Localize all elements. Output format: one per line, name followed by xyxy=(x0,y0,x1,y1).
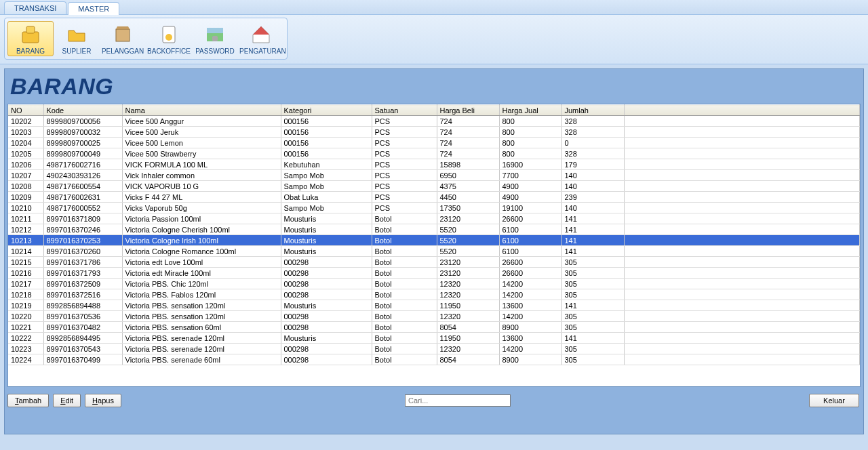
table-row[interactable]: 102168997016371793Victoria edt Miracle 1… xyxy=(8,268,860,279)
cell-kat: 000156 xyxy=(281,116,372,127)
table-row[interactable]: 102178997016372509Victoria PBS. Chic 120… xyxy=(8,279,860,289)
cell-jml: 239 xyxy=(561,192,624,203)
table-row[interactable]: 102104987176000552Vicks Vaporub 50gSampo… xyxy=(8,203,860,213)
cell-no: 10219 xyxy=(8,300,43,311)
grid-header-row: NO Kode Nama Kategori Satuan Harga Beli … xyxy=(8,105,860,116)
table-row[interactable]: 102218997016370482Victoria PBS. sensatio… xyxy=(8,322,860,333)
cell-extra xyxy=(624,311,860,322)
cell-nama: Victoria edt Miracle 100ml xyxy=(122,268,281,279)
tab-master[interactable]: MASTER xyxy=(68,2,119,15)
col-header-harga-beli[interactable]: Harga Beli xyxy=(437,105,499,116)
keluar-button[interactable]: Keluar xyxy=(809,394,859,407)
cell-sat: Botol xyxy=(372,235,437,246)
clipboard-icon xyxy=(158,24,180,45)
table-row[interactable]: 102058999809700049Vicee 500 Strawberry00… xyxy=(8,148,860,159)
cell-kode: 8999809700032 xyxy=(43,127,122,138)
col-header-jumlah[interactable]: Jumlah xyxy=(561,105,624,116)
tab-transaksi[interactable]: TRANSAKSI xyxy=(4,1,66,14)
ribbon-password[interactable]: PASSWORD xyxy=(192,21,238,56)
cell-kat: Mousturis xyxy=(281,246,372,257)
hapus-button[interactable]: Hapus xyxy=(85,394,121,407)
cell-extra xyxy=(624,300,860,311)
col-header-nama[interactable]: Nama xyxy=(122,105,281,116)
cell-no: 10221 xyxy=(8,322,43,333)
col-header-no[interactable]: NO xyxy=(8,105,43,116)
cell-sat: Botol xyxy=(372,333,437,344)
cell-hb: 23120 xyxy=(437,213,499,224)
cell-no: 10222 xyxy=(8,333,43,344)
cell-sat: Botol xyxy=(372,224,437,235)
table-row[interactable]: 102028999809700056Vicee 500 Anggur000156… xyxy=(8,116,860,127)
cell-jml: 140 xyxy=(561,181,624,192)
cell-kode: 4987176000552 xyxy=(43,203,122,213)
cell-jml: 328 xyxy=(561,148,624,159)
cell-hj: 7700 xyxy=(499,170,561,181)
table-row[interactable]: 102228992856894495Victoria PBS. serenade… xyxy=(8,333,860,344)
cell-jml: 141 xyxy=(561,235,624,246)
search-input[interactable] xyxy=(405,394,511,407)
cell-nama: Victoria Cologne Cherish 100ml xyxy=(122,224,281,235)
cell-hb: 724 xyxy=(437,138,499,148)
ribbon-backoffice[interactable]: BACKOFFICE xyxy=(146,21,192,56)
table-row[interactable]: 102198992856894488Victoria PBS. sensatio… xyxy=(8,300,860,311)
ribbon-suplier[interactable]: SUPLIER xyxy=(54,21,100,56)
cell-no: 10218 xyxy=(8,289,43,300)
table-row[interactable]: 102074902430393126Vick Inhaler commonSam… xyxy=(8,170,860,181)
cell-sat: PCS xyxy=(372,181,437,192)
table-row[interactable]: 102094987176002631Vicks F 44 27 MLObat L… xyxy=(8,192,860,203)
edit-button[interactable]: Edit xyxy=(53,394,81,407)
folder-icon xyxy=(66,24,87,45)
cell-extra xyxy=(624,203,860,213)
cell-kat: Mousturis xyxy=(281,235,372,246)
table-row[interactable]: 102208997016370536Victoria PBS. sensatio… xyxy=(8,311,860,322)
cell-nama: Vick Inhaler common xyxy=(122,170,281,181)
cell-kat: 000298 xyxy=(281,257,372,268)
cell-hj: 6100 xyxy=(499,235,561,246)
cell-extra xyxy=(624,181,860,192)
cell-no: 10204 xyxy=(8,138,43,148)
table-row[interactable]: 102148997016370260Victoria Cologne Roman… xyxy=(8,246,860,257)
col-header-satuan[interactable]: Satuan xyxy=(372,105,437,116)
col-header-kode[interactable]: Kode xyxy=(43,105,122,116)
cell-hb: 12320 xyxy=(437,289,499,300)
box-icon xyxy=(20,24,41,45)
table-row[interactable]: 102138997016370253Victoria Cologne Irish… xyxy=(8,235,860,246)
table-row[interactable]: 102084987176600554VICK VAPORUB 10 GSampo… xyxy=(8,181,860,192)
cell-jml: 328 xyxy=(561,116,624,127)
table-row[interactable]: 102248997016370499Victoria PBS. serenade… xyxy=(8,354,860,365)
col-header-harga-jual[interactable]: Harga Jual xyxy=(499,105,561,116)
grid-scroll[interactable]: NO Kode Nama Kategori Satuan Harga Beli … xyxy=(8,104,860,386)
cell-jml: 328 xyxy=(561,127,624,138)
col-header-kategori[interactable]: Kategori xyxy=(281,105,372,116)
table-row[interactable]: 102118997016371809Victoria Passion 100ml… xyxy=(8,213,860,224)
cell-extra xyxy=(624,148,860,159)
cell-sat: Botol xyxy=(372,311,437,322)
cell-kode: 8997016370536 xyxy=(43,311,122,322)
cell-jml: 141 xyxy=(561,246,624,257)
ribbon-pelanggan[interactable]: PELANGGAN xyxy=(100,21,146,56)
cell-hj: 26600 xyxy=(499,213,561,224)
cell-extra xyxy=(624,354,860,365)
cell-kat: Mousturis xyxy=(281,213,372,224)
table-row[interactable]: 102064987176002716VICK FORMULA 100 MLKeb… xyxy=(8,159,860,170)
ribbon-barang[interactable]: BARANG xyxy=(7,21,54,56)
table-row[interactable]: 102188997016372516Victoria PBS. Fablos 1… xyxy=(8,289,860,300)
cell-kat: Sampo Mob xyxy=(281,181,372,192)
table-row[interactable]: 102128997016370246Victoria Cologne Cheri… xyxy=(8,224,860,235)
cell-hj: 6100 xyxy=(499,224,561,235)
cell-kat: Sampo Mob xyxy=(281,203,372,213)
cell-kat: Mousturis xyxy=(281,333,372,344)
cell-no: 10213 xyxy=(8,235,43,246)
tambah-button[interactable]: Tambah xyxy=(7,394,49,407)
cell-nama: Victoria PBS. sensation 120ml xyxy=(122,311,281,322)
table-row[interactable]: 102238997016370543Victoria PBS. serenade… xyxy=(8,344,860,354)
cell-hb: 724 xyxy=(437,116,499,127)
table-row[interactable]: 102048999809700025Vicee 500 Lemon000156P… xyxy=(8,138,860,148)
table-row[interactable]: 102158997016371786Victoria edt Love 100m… xyxy=(8,257,860,268)
cell-extra xyxy=(624,333,860,344)
tab-bar: TRANSAKSI MASTER xyxy=(0,0,868,15)
ribbon-pengaturan[interactable]: PENGATURAN xyxy=(238,21,284,56)
table-row[interactable]: 102038999809700032Vicee 500 Jeruk000156P… xyxy=(8,127,860,138)
col-header-extra[interactable] xyxy=(624,105,860,116)
cell-no: 10212 xyxy=(8,224,43,235)
